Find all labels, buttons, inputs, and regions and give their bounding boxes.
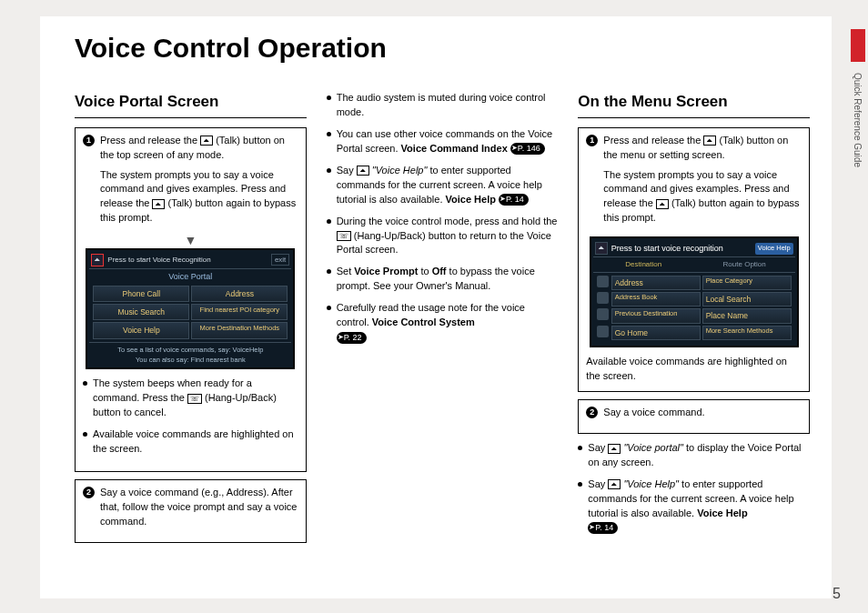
step-1: 1 Press and release the ⏶ (Talk) button … — [586, 134, 802, 232]
tab-destination: Destination — [593, 257, 694, 272]
bullet-icon — [327, 168, 331, 173]
step-box-2: 2 Say a voice command (e.g., Address). A… — [75, 479, 307, 543]
screen-footer-2: You can also say: Find nearest bank — [91, 356, 289, 366]
text: Press and release the — [100, 135, 200, 146]
bullet-icon — [327, 219, 331, 224]
bullet-icon — [327, 132, 331, 136]
hangup-icon: ☏ — [187, 394, 202, 404]
step-number: 1 — [586, 135, 598, 146]
voice-help-label: Voice Help — [697, 507, 747, 518]
vp-voice-help: Voice Help — [93, 322, 189, 338]
menu-local-search: Local Search — [702, 292, 792, 306]
menu-icon — [597, 308, 609, 320]
voice-portal-screenshot: ⏶ Press to start Voice Recognition exit … — [86, 248, 295, 370]
talk-icon: ⏶ — [200, 136, 213, 146]
step-body: Press and release the ⏶ (Talk) button on… — [100, 134, 298, 232]
voice-prompt-label: Voice Prompt — [354, 266, 418, 276]
voice-command-index-label: Voice Command Index — [401, 143, 508, 154]
vp-more-dest: More Destination Methods — [191, 322, 288, 338]
text: Say a voice command. — [603, 406, 802, 420]
vp-find-nearest: Find nearest POI category — [191, 304, 288, 320]
step-number: 2 — [83, 487, 95, 498]
text: Say — [588, 442, 608, 453]
step-number: 1 — [83, 135, 95, 146]
talk-icon: ⏶ — [608, 479, 621, 489]
page-title: Voice Control Operation — [75, 33, 810, 64]
talk-icon: ⏶ — [608, 444, 621, 454]
menu-place-name: Place Name — [702, 308, 792, 323]
text: Available voice commands are highlighted… — [93, 427, 298, 457]
menu-icon — [597, 326, 609, 337]
bullet-icon — [327, 306, 331, 310]
menu-more-search: More Search Methods — [702, 326, 792, 340]
hangup-icon: ☏ — [337, 231, 351, 241]
bullet-icon — [327, 95, 331, 100]
text: Set — [337, 266, 355, 276]
screen-header: Press to start voice recognition — [611, 243, 723, 255]
voice-portal-phrase: "Voice portal" — [623, 442, 683, 453]
page: Voice Control Operation Voice Portal Scr… — [0, 0, 868, 613]
voice-portal-heading: Voice Portal Screen — [75, 91, 307, 118]
talk-icon: ⏶ — [91, 254, 104, 266]
bullet-icon — [83, 381, 87, 386]
step-box-1: 1 Press and release the ⏶ (Talk) button … — [75, 127, 307, 472]
step-box-1: 1 Press and release the ⏶ (Talk) button … — [578, 127, 810, 392]
menu-address: Address — [611, 276, 701, 290]
text: to — [420, 266, 431, 276]
talk-icon: ⏶ — [656, 199, 669, 209]
text: Say — [588, 478, 608, 489]
bullet-icon — [327, 269, 331, 274]
step-number: 2 — [586, 407, 598, 418]
voice-control-system-label: Voice Control System — [372, 317, 475, 327]
screen-footer-1: To see a list of voice commands, say: Vo… — [91, 346, 289, 356]
menu-screenshot: ⏶ Press to start voice recognition Voice… — [590, 236, 799, 347]
vp-phone-call: Phone Call — [93, 286, 189, 302]
content-area: Voice Control Operation Voice Portal Scr… — [40, 16, 832, 598]
bullet-icon — [83, 432, 87, 437]
menu-icon — [597, 276, 609, 287]
exit-label: exit — [271, 254, 289, 266]
voice-help-badge: Voice Help — [755, 243, 793, 255]
column-left: Voice Portal Screen 1 Press and release … — [75, 91, 307, 550]
bullet-icon — [578, 446, 582, 450]
text: The audio system is muted during voice c… — [337, 91, 559, 120]
step-2: 2 Say a voice command. — [586, 406, 802, 420]
column-right: On the Menu Screen 1 Press and release t… — [578, 91, 810, 550]
text: (Hang-Up/Back) button to return to the V… — [337, 230, 551, 256]
menu-place-category: Place Category — [702, 276, 792, 290]
off-label: Off — [432, 266, 447, 276]
red-tab — [851, 29, 865, 62]
column-middle: The audio system is muted during voice c… — [327, 91, 559, 550]
voice-help-phrase: "Voice Help" — [623, 478, 679, 489]
columns: Voice Portal Screen 1 Press and release … — [75, 91, 810, 550]
step-box-2: 2 Say a voice command. — [578, 399, 810, 434]
step-2: 2 Say a voice command (e.g., Address). A… — [83, 486, 298, 529]
menu-icon — [597, 292, 609, 304]
tab-route-option: Route Option — [694, 257, 795, 272]
page-ref: P. 14 — [499, 194, 529, 206]
voice-help-label: Voice Help — [446, 194, 496, 205]
page-ref: P. 146 — [510, 143, 545, 155]
page-number: 5 — [833, 586, 841, 602]
menu-previous-dest: Previous Destination — [611, 308, 701, 323]
text: to display the Voice Portal on any scree… — [588, 442, 801, 467]
talk-icon: ⏶ — [357, 166, 369, 176]
text: Say — [337, 165, 357, 176]
page-ref: P. 22 — [337, 332, 367, 344]
screen-header: Press to start Voice Recognition — [107, 255, 267, 266]
arrow-down-icon: ▼ — [83, 236, 298, 244]
text: During the voice control mode, press and… — [337, 216, 558, 226]
side-label: Quick Reference Guide — [853, 73, 863, 167]
menu-address-book: Address Book — [611, 292, 701, 306]
menu-go-home: Go Home — [611, 326, 701, 340]
vp-music-search: Music Search — [93, 304, 189, 320]
talk-icon: ⏶ — [595, 242, 608, 255]
bullet-icon — [578, 482, 582, 487]
screen-title: Voice Portal — [89, 269, 291, 286]
text: Press and release the — [603, 135, 703, 146]
voice-help-phrase: "Voice Help" — [372, 165, 428, 176]
text: Say a voice command (e.g., Address). Aft… — [100, 486, 298, 529]
talk-icon: ⏶ — [152, 199, 165, 209]
vp-address: Address — [191, 286, 288, 302]
on-menu-heading: On the Menu Screen — [578, 91, 810, 118]
